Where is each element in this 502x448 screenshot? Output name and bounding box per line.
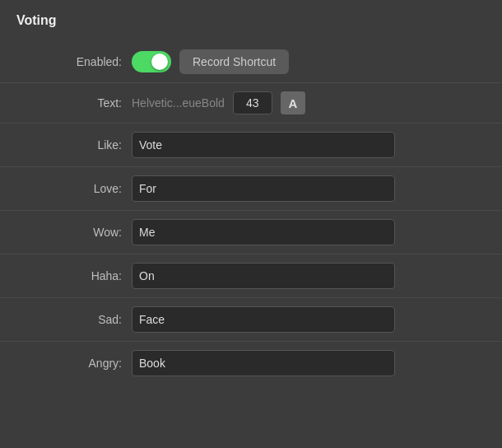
text-row: Text: Helvetic...eueBold A — [0, 83, 502, 123]
haha-input[interactable] — [132, 263, 395, 289]
like-row: Like: — [0, 124, 502, 166]
love-input[interactable] — [132, 175, 395, 202]
angry-content — [132, 350, 486, 376]
text-content: Helvetic...eueBold A — [132, 91, 486, 114]
font-style-button[interactable]: A — [281, 91, 305, 114]
font-size-input[interactable] — [233, 91, 272, 114]
wow-input[interactable] — [132, 219, 395, 245]
like-content — [132, 132, 486, 158]
love-content — [132, 175, 486, 202]
sad-label: Sad: — [0, 313, 132, 326]
enabled-toggle[interactable] — [132, 51, 171, 72]
like-input[interactable] — [132, 132, 395, 158]
haha-content — [132, 263, 486, 289]
sad-input[interactable] — [132, 306, 395, 333]
text-label: Text: — [0, 96, 132, 110]
love-label: Love: — [0, 182, 132, 195]
sad-row: Sad: — [0, 298, 502, 341]
like-label: Like: — [0, 138, 132, 152]
panel-title: Voting — [0, 13, 502, 41]
enabled-content: Record Shortcut — [132, 49, 486, 74]
angry-row: Angry: — [0, 342, 502, 385]
love-row: Love: — [0, 167, 502, 210]
toggle-thumb — [151, 54, 168, 70]
toggle-track[interactable] — [132, 51, 171, 72]
voting-panel: Voting Enabled: Record Shortcut Text: He… — [0, 0, 502, 448]
font-name-display: Helvetic...eueBold — [132, 96, 225, 110]
wow-content — [132, 219, 486, 245]
wow-row: Wow: — [0, 211, 502, 254]
enabled-row: Enabled: Record Shortcut — [0, 41, 502, 82]
wow-label: Wow: — [0, 226, 132, 239]
record-shortcut-button[interactable]: Record Shortcut — [179, 49, 289, 74]
angry-input[interactable] — [132, 350, 395, 376]
enabled-label: Enabled: — [0, 55, 132, 68]
sad-content — [132, 306, 486, 333]
haha-label: Haha: — [0, 269, 132, 282]
angry-label: Angry: — [0, 357, 132, 370]
haha-row: Haha: — [0, 254, 502, 297]
